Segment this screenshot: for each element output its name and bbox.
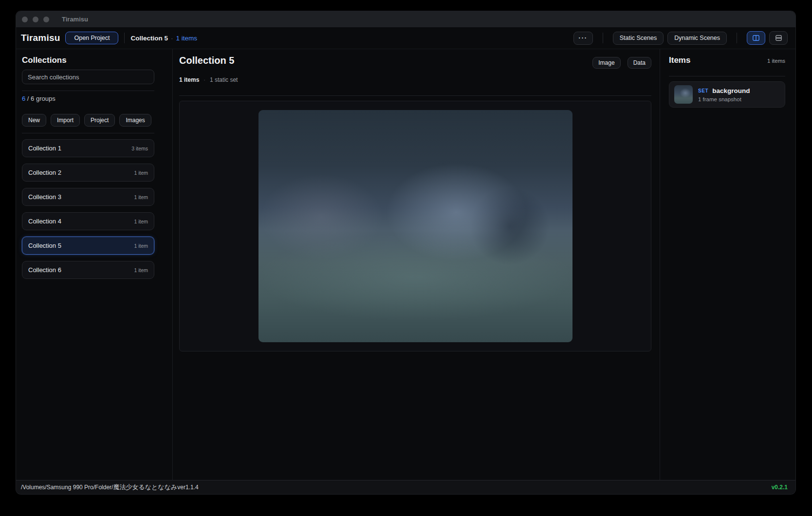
titlebar: Tiramisu: [16, 11, 795, 27]
groups-label: / 6 groups: [27, 95, 55, 102]
groups-count-line: 6 / 6 groups: [22, 95, 154, 102]
app-window: Tiramisu Tiramisu Open Project Collectio…: [16, 11, 795, 494]
sidebar-divider: [22, 133, 154, 133]
sidebar-divider: [22, 91, 154, 91]
collection-name: Collection 1: [28, 145, 61, 152]
item-card[interactable]: SET background 1 frame snapshot: [669, 81, 785, 108]
minimize-window-icon[interactable]: [33, 17, 38, 22]
breadcrumb: Collection 5 · 1 items: [130, 35, 197, 42]
item-thumbnail: [674, 85, 693, 104]
images-button[interactable]: Images: [119, 114, 151, 127]
maximize-window-icon[interactable]: [43, 17, 49, 22]
main-divider: [179, 95, 651, 96]
path-prefix: /Volumes/Samsung 990 Pro/Folder/: [21, 484, 113, 491]
breadcrumb-dot: ·: [171, 35, 173, 42]
collection-name: Collection 6: [28, 266, 61, 274]
project-path: /Volumes/Samsung 990 Pro/Folder/ 魔法少女るなと…: [21, 483, 199, 492]
collections-list: Collection 1 3 items Collection 2 1 item…: [22, 139, 154, 279]
app-header: Tiramisu Open Project Collection 5 · 1 i…: [16, 27, 795, 49]
set-badge: SET: [698, 88, 708, 93]
columns-view-icon: [753, 35, 759, 41]
main-subtitle: 1 items · 1 static set: [179, 76, 651, 83]
main-header: Collection 5 Image Data: [179, 55, 651, 69]
collection-name: Collection 4: [28, 218, 61, 225]
content-area: Collections 6 / 6 groups New Import Proj…: [16, 49, 795, 480]
collections-sidebar: Collections 6 / 6 groups New Import Proj…: [16, 49, 173, 480]
items-divider: [669, 76, 785, 76]
collection-count: 1 item: [134, 194, 148, 200]
image-tab-button[interactable]: Image: [592, 57, 620, 69]
collection-count: 3 items: [131, 146, 148, 151]
static-scenes-button[interactable]: Static Scenes: [613, 32, 664, 45]
path-folder: 魔法少女るなとななみ: [113, 483, 177, 492]
sidebar-actions: New Import Project Images: [22, 114, 154, 127]
groups-count: 6: [22, 95, 25, 102]
collections-title: Collections: [22, 55, 154, 65]
header-separator: [737, 33, 737, 43]
collection-list-item[interactable]: Collection 3 1 item: [22, 188, 154, 206]
import-button[interactable]: Import: [51, 114, 80, 127]
main-items-count: 1 items: [179, 76, 199, 83]
items-title: Items: [669, 55, 690, 65]
project-button[interactable]: Project: [84, 114, 115, 127]
collection-name: Collection 3: [28, 193, 61, 201]
rows-view-button[interactable]: [769, 31, 788, 45]
titlebar-title: Tiramisu: [62, 16, 88, 23]
app-version: v0.2.1: [772, 484, 788, 491]
collection-name: Collection 5: [28, 242, 61, 249]
collection-count: 1 item: [134, 219, 148, 224]
main-subtitle-dot: ·: [203, 77, 205, 83]
main-static-set: 1 static set: [210, 76, 238, 83]
path-suffix: ver1.1.4: [177, 484, 198, 491]
app-name: Tiramisu: [21, 33, 60, 43]
columns-view-button[interactable]: [747, 31, 765, 45]
main-panel: Collection 5 Image Data 1 items · 1 stat…: [173, 49, 660, 480]
collection-count: 1 item: [134, 267, 148, 273]
header-separator: [124, 33, 125, 43]
collection-count: 1 item: [134, 243, 148, 249]
collection-count: 1 item: [134, 170, 148, 176]
breadcrumb-items-link[interactable]: 1 items: [176, 35, 197, 42]
main-view-buttons: Image Data: [592, 57, 651, 69]
scene-preview-image[interactable]: [258, 110, 572, 342]
close-window-icon[interactable]: [22, 17, 28, 22]
collection-list-item[interactable]: Collection 2 1 item: [22, 164, 154, 182]
open-project-button[interactable]: Open Project: [65, 32, 118, 44]
new-button[interactable]: New: [22, 114, 46, 127]
header-actions: ··· Static Scenes Dynamic Scenes: [573, 31, 788, 45]
rows-view-icon: [775, 35, 782, 41]
status-bar: /Volumes/Samsung 990 Pro/Folder/ 魔法少女るなと…: [16, 480, 795, 494]
search-collections-input[interactable]: [22, 70, 154, 84]
header-separator: [603, 33, 603, 43]
collection-list-item[interactable]: Collection 4 1 item: [22, 212, 154, 230]
collection-list-item[interactable]: Collection 1 3 items: [22, 139, 154, 157]
collection-list-item[interactable]: Collection 6 1 item: [22, 261, 154, 279]
items-panel-header: Items 1 items: [669, 55, 785, 65]
item-name: background: [712, 87, 750, 94]
collection-name: Collection 2: [28, 169, 61, 176]
more-options-button[interactable]: ···: [573, 32, 593, 45]
items-panel: Items 1 items SET background 1 frame sna…: [660, 49, 795, 480]
breadcrumb-collection: Collection 5: [130, 35, 168, 42]
item-description: 1 frame snapshot: [698, 96, 750, 102]
items-count: 1 items: [767, 58, 785, 64]
collection-list-item-selected[interactable]: Collection 5 1 item: [22, 237, 154, 255]
item-text: SET background 1 frame snapshot: [698, 87, 750, 102]
data-tab-button[interactable]: Data: [627, 57, 651, 69]
preview-container: [179, 101, 651, 351]
dynamic-scenes-button[interactable]: Dynamic Scenes: [667, 32, 727, 45]
page-title: Collection 5: [179, 55, 234, 66]
